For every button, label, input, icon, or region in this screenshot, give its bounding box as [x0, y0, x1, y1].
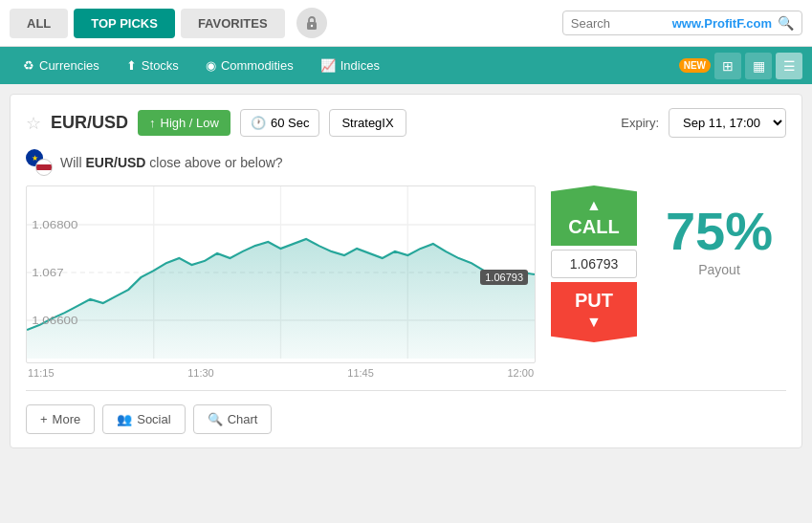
tab-all[interactable]: ALL — [10, 9, 68, 38]
expiry-select[interactable]: Sep 11, 17:00 — [669, 108, 786, 138]
grid-small-view-btn[interactable]: ⊞ — [714, 53, 741, 79]
cat-currencies[interactable]: ♻ Currencies — [10, 47, 113, 84]
tab-top-picks[interactable]: TOP PICKS — [74, 9, 175, 38]
cat-commodities-label: Commodities — [221, 58, 294, 73]
time-label-1: 11:30 — [187, 367, 214, 379]
price-tooltip: 1.06793 — [480, 270, 528, 285]
call-up-arrow-icon: ▲ — [586, 197, 602, 214]
time-label-0: 11:15 — [28, 367, 55, 379]
expiry-label: Expiry: — [621, 116, 659, 130]
cat-commodities[interactable]: ◉ Commodities — [192, 47, 307, 84]
list-view-btn[interactable]: ☰ — [776, 53, 802, 79]
call-button[interactable]: ▲ CALL — [551, 185, 637, 246]
search-icon: 🔍 — [778, 15, 794, 31]
chart-container: 1.06800 1.067 1.06600 1.06793 11:15 11:3… — [26, 185, 536, 379]
chart-search-icon: 🔍 — [208, 412, 223, 426]
time-label: 60 Sec — [271, 116, 309, 130]
time-label-3: 12:00 — [507, 367, 534, 379]
instrument-bold: EUR/USD — [85, 155, 145, 170]
payout-percentage: 75% — [652, 205, 786, 258]
new-badge: NEW — [679, 58, 711, 73]
put-label: PUT — [575, 290, 613, 312]
call-label: CALL — [568, 216, 619, 238]
question-text: Will EUR/USD close above or below? — [60, 155, 283, 170]
price-tooltip-value: 1.06793 — [485, 272, 523, 283]
time-btn[interactable]: 🕐 60 Sec — [240, 109, 319, 137]
instrument-name: EUR/USD — [51, 113, 128, 133]
clock-icon: 🕐 — [251, 116, 266, 130]
payout-area: 75% Payout — [652, 185, 786, 277]
chart-x-axis: 11:15 11:30 11:45 12:00 — [26, 363, 536, 379]
put-down-arrow-icon: ▼ — [586, 314, 602, 331]
search-input[interactable] — [571, 16, 667, 31]
current-price-display: 1.06793 — [551, 250, 637, 278]
chart-label: Chart — [228, 412, 258, 426]
tab-favorites[interactable]: FAVORITES — [181, 9, 285, 38]
instrument-header: ☆ EUR/USD ↑ High / Low 🕐 60 Sec StrategI… — [26, 108, 786, 138]
currency-flags: ★ — [26, 149, 53, 176]
search-bar: www.ProfitF.com 🔍 — [562, 11, 802, 35]
us-flag — [35, 159, 53, 176]
svg-text:1.06600: 1.06600 — [32, 316, 78, 326]
time-label-2: 11:45 — [347, 367, 374, 379]
put-button[interactable]: PUT ▼ — [551, 282, 637, 342]
plus-icon: + — [40, 412, 48, 426]
high-low-label: High / Low — [161, 116, 219, 130]
site-label: www.ProfitF.com — [672, 16, 772, 31]
svg-point-1 — [310, 25, 312, 27]
trade-area: 1.06800 1.067 1.06600 1.06793 11:15 11:3… — [26, 185, 786, 379]
high-low-arrow-icon: ↑ — [149, 116, 156, 130]
social-icon: 👥 — [117, 412, 132, 426]
currencies-icon: ♻ — [23, 58, 34, 73]
divider — [26, 390, 786, 391]
commodities-icon: ◉ — [206, 58, 216, 73]
social-label: Social — [137, 412, 170, 426]
lock-icon[interactable] — [296, 8, 327, 38]
stocks-icon: ⬆ — [126, 58, 137, 73]
cat-stocks[interactable]: ⬆ Stocks — [113, 47, 192, 84]
more-button[interactable]: + More — [26, 404, 95, 434]
bottom-buttons: + More 👥 Social 🔍 Chart — [26, 404, 786, 434]
grid-large-view-btn[interactable]: ▦ — [745, 53, 772, 79]
more-label: More — [53, 412, 81, 426]
payout-label: Payout — [652, 262, 786, 277]
cat-indices-label: Indices — [340, 58, 380, 73]
svg-text:1.06800: 1.06800 — [32, 220, 78, 230]
strategix-btn[interactable]: StrategIX — [329, 109, 406, 137]
cat-stocks-label: Stocks — [142, 58, 179, 73]
cat-currencies-label: Currencies — [39, 58, 99, 73]
favorite-star-icon[interactable]: ☆ — [26, 113, 41, 134]
category-nav: ♻ Currencies ⬆ Stocks ◉ Commodities 📈 In… — [0, 47, 812, 84]
top-nav: ALL TOP PICKS FAVORITES www.ProfitF.com … — [0, 0, 812, 47]
view-controls: NEW ⊞ ▦ ☰ — [679, 53, 802, 79]
svg-text:1.067: 1.067 — [32, 268, 63, 278]
cat-indices[interactable]: 📈 Indices — [307, 47, 393, 84]
indices-icon: 📈 — [320, 58, 336, 73]
high-low-btn[interactable]: ↑ High / Low — [138, 110, 230, 136]
chart-svg: 1.06800 1.067 1.06600 1.06793 — [26, 185, 536, 363]
instrument-panel: ☆ EUR/USD ↑ High / Low 🕐 60 Sec StrategI… — [10, 94, 802, 448]
social-button[interactable]: 👥 Social — [102, 404, 185, 434]
question-row: ★ Will EUR/USD close above or below? — [26, 149, 786, 176]
trade-buttons: ▲ CALL 1.06793 PUT ▼ — [551, 185, 637, 342]
chart-button[interactable]: 🔍 Chart — [193, 404, 273, 434]
